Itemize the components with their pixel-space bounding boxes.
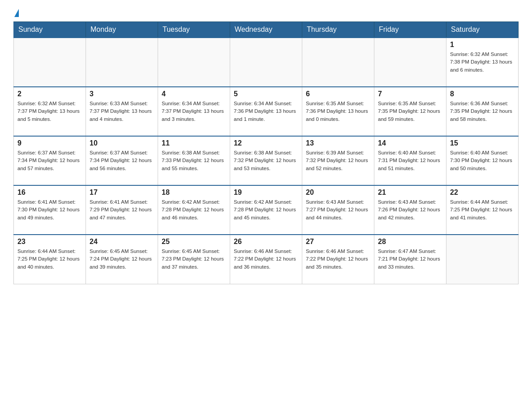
calendar-cell: 9Sunrise: 6:37 AM Sunset: 7:34 PM Daylig…: [14, 136, 86, 185]
calendar-cell: 7Sunrise: 6:35 AM Sunset: 7:35 PM Daylig…: [374, 87, 446, 136]
day-number: 21: [378, 188, 442, 197]
day-info: Sunrise: 6:38 AM Sunset: 7:32 PM Dayligh…: [234, 149, 298, 172]
day-info: Sunrise: 6:44 AM Sunset: 7:25 PM Dayligh…: [17, 248, 82, 271]
day-number: 10: [90, 139, 154, 147]
page-header: [13, 9, 519, 17]
day-number: 19: [234, 188, 298, 197]
calendar-week-row: 2Sunrise: 6:32 AM Sunset: 7:37 PM Daylig…: [14, 87, 519, 136]
day-info: Sunrise: 6:46 AM Sunset: 7:22 PM Dayligh…: [234, 248, 298, 271]
calendar-cell: [230, 38, 302, 87]
day-info: Sunrise: 6:36 AM Sunset: 7:35 PM Dayligh…: [450, 100, 515, 123]
day-info: Sunrise: 6:37 AM Sunset: 7:34 PM Dayligh…: [17, 149, 82, 172]
day-number: 23: [17, 238, 82, 246]
day-number: 26: [234, 238, 298, 246]
day-number: 1: [450, 41, 515, 49]
day-info: Sunrise: 6:40 AM Sunset: 7:31 PM Dayligh…: [378, 149, 442, 172]
day-info: Sunrise: 6:35 AM Sunset: 7:36 PM Dayligh…: [306, 100, 370, 123]
logo-triangle-icon: [14, 9, 19, 17]
calendar-cell: 13Sunrise: 6:39 AM Sunset: 7:32 PM Dayli…: [302, 136, 374, 185]
calendar-cell: 28Sunrise: 6:47 AM Sunset: 7:21 PM Dayli…: [374, 235, 446, 284]
day-number: 15: [450, 139, 515, 147]
day-of-week-header: Tuesday: [158, 22, 230, 38]
calendar-cell: 17Sunrise: 6:41 AM Sunset: 7:29 PM Dayli…: [86, 185, 158, 235]
calendar-cell: 18Sunrise: 6:42 AM Sunset: 7:28 PM Dayli…: [158, 185, 230, 235]
day-info: Sunrise: 6:34 AM Sunset: 7:36 PM Dayligh…: [234, 100, 298, 123]
calendar-cell: 1Sunrise: 6:32 AM Sunset: 7:38 PM Daylig…: [446, 38, 519, 87]
day-number: 18: [162, 188, 226, 197]
day-of-week-header: Thursday: [302, 22, 374, 38]
day-number: 24: [90, 238, 154, 246]
calendar-cell: [302, 38, 374, 87]
calendar-cell: 14Sunrise: 6:40 AM Sunset: 7:31 PM Dayli…: [374, 136, 446, 185]
day-info: Sunrise: 6:33 AM Sunset: 7:37 PM Dayligh…: [90, 100, 154, 123]
calendar-cell: 16Sunrise: 6:41 AM Sunset: 7:30 PM Dayli…: [14, 185, 86, 235]
calendar-cell: 3Sunrise: 6:33 AM Sunset: 7:37 PM Daylig…: [86, 87, 158, 136]
day-info: Sunrise: 6:45 AM Sunset: 7:23 PM Dayligh…: [162, 248, 226, 271]
calendar-table: SundayMondayTuesdayWednesdayThursdayFrid…: [13, 21, 519, 284]
calendar-cell: 15Sunrise: 6:40 AM Sunset: 7:30 PM Dayli…: [446, 136, 519, 185]
calendar-cell: [446, 235, 519, 284]
day-number: 20: [306, 188, 370, 197]
day-number: 12: [234, 139, 298, 147]
day-info: Sunrise: 6:47 AM Sunset: 7:21 PM Dayligh…: [378, 248, 442, 271]
day-number: 28: [378, 238, 442, 246]
calendar-cell: 10Sunrise: 6:37 AM Sunset: 7:34 PM Dayli…: [86, 136, 158, 185]
day-number: 3: [90, 90, 154, 98]
calendar-cell: 12Sunrise: 6:38 AM Sunset: 7:32 PM Dayli…: [230, 136, 302, 185]
calendar-cell: 27Sunrise: 6:46 AM Sunset: 7:22 PM Dayli…: [302, 235, 374, 284]
day-info: Sunrise: 6:42 AM Sunset: 7:28 PM Dayligh…: [234, 198, 298, 222]
day-of-week-header: Friday: [374, 22, 446, 38]
day-info: Sunrise: 6:43 AM Sunset: 7:26 PM Dayligh…: [378, 198, 442, 222]
calendar-cell: [158, 38, 230, 87]
day-info: Sunrise: 6:46 AM Sunset: 7:22 PM Dayligh…: [306, 248, 370, 271]
day-info: Sunrise: 6:32 AM Sunset: 7:37 PM Dayligh…: [17, 100, 82, 123]
day-number: 11: [162, 139, 226, 147]
calendar-cell: [374, 38, 446, 87]
day-number: 16: [17, 188, 82, 197]
day-number: 17: [90, 188, 154, 197]
day-info: Sunrise: 6:32 AM Sunset: 7:38 PM Dayligh…: [450, 51, 515, 74]
calendar-week-row: 1Sunrise: 6:32 AM Sunset: 7:38 PM Daylig…: [14, 38, 519, 87]
day-number: 7: [378, 90, 442, 98]
day-of-week-header: Monday: [86, 22, 158, 38]
calendar-cell: 22Sunrise: 6:44 AM Sunset: 7:25 PM Dayli…: [446, 185, 519, 235]
day-number: 4: [162, 90, 226, 98]
day-of-week-header: Wednesday: [230, 22, 302, 38]
calendar-cell: 20Sunrise: 6:43 AM Sunset: 7:27 PM Dayli…: [302, 185, 374, 235]
day-of-week-header: Sunday: [14, 22, 86, 38]
day-info: Sunrise: 6:35 AM Sunset: 7:35 PM Dayligh…: [378, 100, 442, 123]
day-info: Sunrise: 6:40 AM Sunset: 7:30 PM Dayligh…: [450, 149, 515, 172]
calendar-week-row: 9Sunrise: 6:37 AM Sunset: 7:34 PM Daylig…: [14, 136, 519, 185]
day-info: Sunrise: 6:45 AM Sunset: 7:24 PM Dayligh…: [90, 248, 154, 271]
day-number: 27: [306, 238, 370, 246]
day-info: Sunrise: 6:38 AM Sunset: 7:33 PM Dayligh…: [162, 149, 226, 172]
calendar-cell: 11Sunrise: 6:38 AM Sunset: 7:33 PM Dayli…: [158, 136, 230, 185]
calendar-cell: 26Sunrise: 6:46 AM Sunset: 7:22 PM Dayli…: [230, 235, 302, 284]
calendar-week-row: 23Sunrise: 6:44 AM Sunset: 7:25 PM Dayli…: [14, 235, 519, 284]
calendar-cell: 25Sunrise: 6:45 AM Sunset: 7:23 PM Dayli…: [158, 235, 230, 284]
day-info: Sunrise: 6:44 AM Sunset: 7:25 PM Dayligh…: [450, 198, 515, 222]
logo: [13, 9, 19, 17]
day-number: 2: [17, 90, 82, 98]
calendar-cell: 2Sunrise: 6:32 AM Sunset: 7:37 PM Daylig…: [14, 87, 86, 136]
day-info: Sunrise: 6:39 AM Sunset: 7:32 PM Dayligh…: [306, 149, 370, 172]
calendar-cell: 6Sunrise: 6:35 AM Sunset: 7:36 PM Daylig…: [302, 87, 374, 136]
day-number: 5: [234, 90, 298, 98]
day-of-week-header: Saturday: [446, 22, 519, 38]
calendar-cell: 23Sunrise: 6:44 AM Sunset: 7:25 PM Dayli…: [14, 235, 86, 284]
day-number: 22: [450, 188, 515, 197]
day-number: 13: [306, 139, 370, 147]
day-number: 8: [450, 90, 515, 98]
calendar-header-row: SundayMondayTuesdayWednesdayThursdayFrid…: [14, 22, 519, 38]
calendar-cell: 5Sunrise: 6:34 AM Sunset: 7:36 PM Daylig…: [230, 87, 302, 136]
calendar-cell: 24Sunrise: 6:45 AM Sunset: 7:24 PM Dayli…: [86, 235, 158, 284]
calendar-cell: 21Sunrise: 6:43 AM Sunset: 7:26 PM Dayli…: [374, 185, 446, 235]
day-number: 6: [306, 90, 370, 98]
calendar-week-row: 16Sunrise: 6:41 AM Sunset: 7:30 PM Dayli…: [14, 185, 519, 235]
calendar-cell: 19Sunrise: 6:42 AM Sunset: 7:28 PM Dayli…: [230, 185, 302, 235]
day-info: Sunrise: 6:42 AM Sunset: 7:28 PM Dayligh…: [162, 198, 226, 222]
day-info: Sunrise: 6:41 AM Sunset: 7:30 PM Dayligh…: [17, 198, 82, 222]
day-number: 14: [378, 139, 442, 147]
calendar-cell: 4Sunrise: 6:34 AM Sunset: 7:37 PM Daylig…: [158, 87, 230, 136]
calendar-cell: 8Sunrise: 6:36 AM Sunset: 7:35 PM Daylig…: [446, 87, 519, 136]
